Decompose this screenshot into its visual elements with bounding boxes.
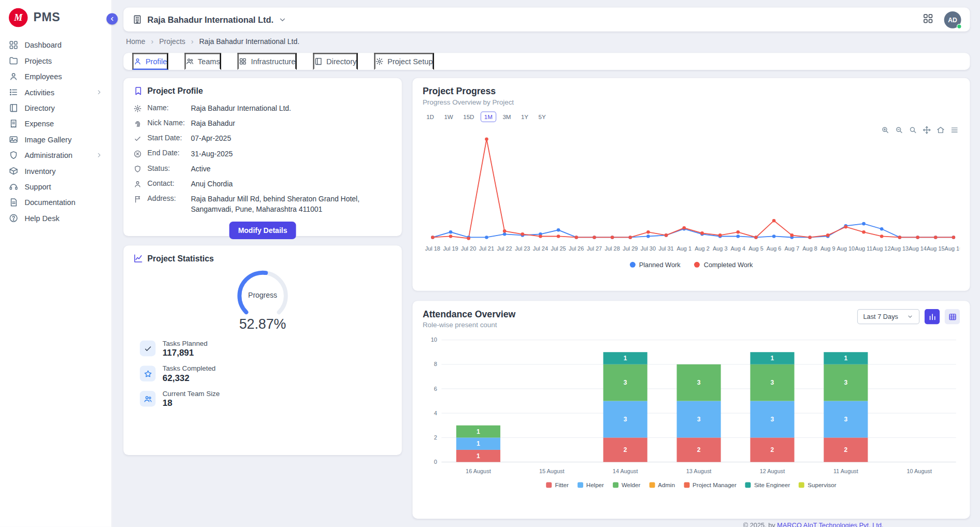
toolbar-pan[interactable] <box>922 126 931 135</box>
apps-icon <box>239 57 247 66</box>
progress-line-chart[interactable]: Jul 18Jul 19Jul 20Jul 21Jul 22Jul 23Jul … <box>423 126 960 259</box>
toolbar-reset-home[interactable] <box>936 126 945 135</box>
sidebar-item-dashboard[interactable]: Dashboard <box>0 37 111 53</box>
modify-details-button[interactable]: Modify Details <box>229 222 296 239</box>
table-view-button[interactable] <box>945 309 960 324</box>
tab-profile[interactable]: Profile <box>132 53 168 70</box>
svg-text:12 August: 12 August <box>760 468 785 474</box>
legend-item-admin[interactable]: Admin <box>649 481 675 488</box>
top-header: Raja Bahadur International Ltd. AD <box>123 8 970 32</box>
legend-item-helper[interactable]: Helper <box>578 481 604 488</box>
svg-text:Aug 3: Aug 3 <box>713 245 728 252</box>
field-label: Name: <box>148 104 185 112</box>
company-selector[interactable]: Raja Bahadur International Ltd. <box>132 14 286 24</box>
profile-field-status: Status: Active <box>134 164 392 174</box>
user-icon <box>9 72 18 81</box>
svg-text:Jul 27: Jul 27 <box>587 245 602 252</box>
range-1d[interactable]: 1D <box>423 111 438 122</box>
svg-text:1: 1 <box>624 355 627 362</box>
sidebar-item-help-desk[interactable]: Help Desk <box>0 210 111 226</box>
breadcrumb-item-projects[interactable]: Projects <box>151 37 185 46</box>
sidebar-item-inventory[interactable]: Inventory <box>0 163 111 179</box>
sidebar-item-label: Activities <box>24 88 54 97</box>
main-area: Raja Bahadur International Ltd. AD Home … <box>112 0 980 527</box>
breadcrumb-item-raja-bahadur-international-ltd[interactable]: Raja Bahadur International Ltd. <box>191 37 299 46</box>
tab-directory[interactable]: Directory <box>313 53 357 70</box>
range-1y[interactable]: 1Y <box>517 111 532 122</box>
legend-item-fitter[interactable]: Fitter <box>546 481 568 488</box>
bar-view-button[interactable] <box>925 309 940 324</box>
legend-item-supervisor[interactable]: Supervisor <box>799 481 836 488</box>
building-icon <box>132 14 142 24</box>
svg-text:3: 3 <box>697 379 701 386</box>
range-3m[interactable]: 3M <box>499 111 515 122</box>
gear-icon <box>134 105 142 113</box>
profile-field-nick-name: Nick Name: Raja Bahadur <box>134 119 392 129</box>
sidebar-collapse-button[interactable] <box>106 13 118 25</box>
dashboard-icon <box>9 40 18 50</box>
sidebar-item-label: Administration <box>24 151 72 159</box>
sidebar-item-support[interactable]: Support <box>0 179 111 194</box>
legend-item-planned-work[interactable]: Planned Work <box>629 260 680 268</box>
field-value: 31-Aug-2025 <box>191 149 233 159</box>
field-label: Nick Name: <box>148 119 185 127</box>
profile-card-title: Project Profile <box>148 86 203 96</box>
svg-text:Aug 7: Aug 7 <box>785 245 800 252</box>
chevron-right-icon <box>96 152 103 158</box>
legend-item-project-manager[interactable]: Project Manager <box>684 481 737 488</box>
attendance-range-select[interactable]: Last 7 Days <box>857 309 919 324</box>
progress-card-subtitle: Progress Overview by Project <box>423 98 960 106</box>
sidebar-item-label: Directory <box>24 104 54 112</box>
tab-label: Project Setup <box>387 57 433 66</box>
chevron-left-icon <box>109 16 115 22</box>
doc-icon <box>9 198 18 207</box>
sidebar-item-activities[interactable]: Activities <box>0 84 111 100</box>
stat-label: Tasks Planned <box>163 339 208 347</box>
tab-infrastructure[interactable]: Infrastructure <box>238 53 297 70</box>
sidebar-item-administration[interactable]: Administration <box>0 148 111 163</box>
footer-link[interactable]: MARCO AIoT Technologies Pvt. Ltd. <box>777 521 883 527</box>
svg-text:10 August: 10 August <box>906 468 932 474</box>
stat-tasks-completed: Tasks Completed 62,332 <box>140 364 392 383</box>
zoom-icon <box>909 126 917 134</box>
range-1w[interactable]: 1W <box>440 111 457 122</box>
star-icon <box>143 369 152 378</box>
zoom-in-icon <box>881 126 889 134</box>
svg-text:10: 10 <box>431 336 437 343</box>
bookmark-icon <box>134 86 143 96</box>
sidebar-item-label: Inventory <box>24 167 55 175</box>
range-5y[interactable]: 5Y <box>535 111 550 122</box>
toolbar-box-zoom[interactable] <box>908 126 917 135</box>
svg-text:4: 4 <box>434 410 437 416</box>
tab-project-setup[interactable]: Project Setup <box>374 53 434 70</box>
toolbar-zoom-out[interactable] <box>895 126 903 135</box>
apps-grid-button[interactable] <box>921 13 934 26</box>
toolbar-zoom-in[interactable] <box>881 126 889 135</box>
range-15d[interactable]: 15D <box>459 111 478 122</box>
tab-teams[interactable]: Teams <box>184 53 221 70</box>
legend-item-welder[interactable]: Welder <box>613 481 640 488</box>
profile-field-end-date: End Date: 31-Aug-2025 <box>134 149 392 159</box>
svg-text:Jul 29: Jul 29 <box>623 245 638 252</box>
sidebar-item-documentation[interactable]: Documentation <box>0 195 111 210</box>
sidebar-item-expense[interactable]: Expense <box>0 116 111 131</box>
svg-text:Aug 1: Aug 1 <box>676 245 691 252</box>
app-title: PMS <box>33 11 60 25</box>
svg-text:Aug 9: Aug 9 <box>820 245 835 252</box>
app-logo[interactable]: M PMS <box>0 0 111 35</box>
attendance-bar-chart[interactable]: 024681016 August11115 August14 August233… <box>423 333 960 479</box>
range-1m[interactable]: 1M <box>481 111 497 122</box>
field-label: End Date: <box>148 149 185 157</box>
sidebar-item-employees[interactable]: Employees <box>0 69 111 84</box>
sidebar-item-image-gallery[interactable]: Image Gallery <box>0 131 111 147</box>
sidebar-item-projects[interactable]: Projects <box>0 53 111 68</box>
sidebar-item-directory[interactable]: Directory <box>0 100 111 115</box>
field-value: Raja Bahadur <box>191 119 235 129</box>
legend-item-site-engineer[interactable]: Site Engineer <box>745 481 790 488</box>
avatar-initials: AD <box>948 16 957 23</box>
sidebar: M PMS Dashboard Projects Employees <box>0 0 112 527</box>
avatar[interactable]: AD <box>944 11 961 28</box>
toolbar-menu[interactable] <box>950 126 959 135</box>
legend-item-completed-work[interactable]: Completed Work <box>694 260 753 268</box>
breadcrumb-item-home[interactable]: Home <box>126 38 145 46</box>
